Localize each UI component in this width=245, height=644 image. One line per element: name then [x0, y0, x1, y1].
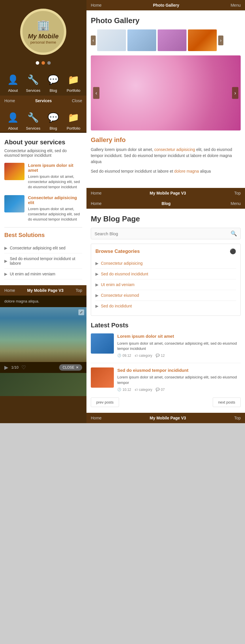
gallery-section: Photo Gallery ‹ › ‹ › Gallery info — [86, 10, 245, 188]
dot-2[interactable] — [42, 61, 45, 65]
search-input[interactable] — [95, 231, 231, 236]
media-controls: ▶ 1/10 ♡ CLOSE ✕ — [0, 362, 86, 373]
cat-item-2[interactable]: ▶ Sed do eiusmod incididunt — [95, 269, 236, 279]
post-body-1: Lorem ipsum dolor sit amet, consectetur … — [117, 341, 241, 351]
nav2-portfolio[interactable]: 📁 Portfolio — [66, 110, 81, 130]
nav-about[interactable]: 👤 About — [6, 72, 20, 93]
cat-item-3[interactable]: ▶ Ut enim ad veniam — [95, 279, 236, 290]
gallery-info-link2[interactable]: dolore magna — [174, 169, 199, 173]
gallery-thumb-4[interactable] — [188, 29, 217, 51]
dot-3[interactable] — [47, 61, 51, 65]
prev-posts-button[interactable]: prev posts — [91, 397, 119, 407]
cat-label-3: Ut enim ad veniam — [101, 282, 135, 287]
bn-menu[interactable]: Menu — [231, 201, 241, 206]
cat-arrow-4: ▶ — [95, 293, 99, 298]
service-item-1: Lorem ipsum dolor sit amet Lorem ipsum d… — [4, 163, 82, 190]
carousel-dots — [0, 58, 86, 68]
blog2-label: Blog — [50, 126, 57, 130]
rmn-top[interactable]: Top — [234, 191, 241, 195]
nav-services[interactable]: 🔧 Services — [26, 72, 40, 93]
cat-item-1[interactable]: ▶ Consectetur adipisicing — [95, 258, 236, 269]
rtn-menu[interactable]: Menu — [231, 3, 241, 8]
gallery-thumb-2[interactable] — [127, 29, 156, 51]
dot-1[interactable] — [36, 61, 39, 65]
blog-icon: 💬 — [46, 72, 61, 87]
close-button[interactable]: CLOSE ✕ — [59, 364, 82, 371]
heart-icon: ♡ — [21, 364, 26, 371]
play-button[interactable]: ▶ — [4, 364, 8, 371]
services-main-title: About your services — [4, 139, 82, 146]
rmn-home[interactable]: Home — [91, 191, 101, 195]
rtn-home[interactable]: Home — [91, 3, 101, 8]
post-thumb-1 — [91, 333, 114, 354]
gallery-prev-thumb[interactable]: ‹ — [91, 36, 96, 45]
meta-count-2: 💬 07 — [156, 388, 165, 392]
post-date-1: 09.12 — [122, 354, 131, 358]
bn-home[interactable]: Home — [91, 201, 101, 206]
expand-icon[interactable]: ⤢ — [78, 309, 84, 315]
bnb-title: My Mobile Page V3 — [27, 288, 63, 293]
post-content-1: Lorem ipsum dolor sit amet Lorem ipsum d… — [117, 333, 241, 358]
bnb-home[interactable]: Home — [4, 288, 15, 293]
bnb-top[interactable]: Top — [76, 288, 82, 293]
nav2-about[interactable]: 👤 About — [6, 110, 20, 130]
gallery-main-prev[interactable]: ‹ — [93, 87, 99, 99]
about-label: About — [8, 88, 18, 93]
rbn-top[interactable]: Top — [234, 416, 241, 420]
gallery-info: Gallery info Gallery lorem ipsum dolor s… — [91, 135, 241, 182]
solution-1: ▶ Consectetur adipisicing elit sed — [4, 243, 82, 253]
search-icon: 🔍 — [231, 230, 237, 237]
logo-title: My Mobile — [28, 33, 59, 40]
services2-icon: 🔧 — [26, 110, 40, 125]
nav-home-link[interactable]: Home — [4, 98, 15, 103]
gallery-next-thumb[interactable]: › — [218, 36, 223, 45]
portfolio2-icon: 📁 — [66, 110, 81, 125]
nav-close-link[interactable]: Close — [72, 98, 82, 103]
rbn-home[interactable]: Home — [91, 416, 101, 420]
icon-nav-bottom: 👤 About 🔧 Services 💬 Blog 📁 Portfolio — [0, 106, 86, 133]
post-item-2: Sed do eiusmod tempor incididunt Lorem i… — [91, 367, 241, 392]
nav2-services[interactable]: 🔧 Services — [26, 110, 40, 130]
post-meta-2: 🕐 10.12 🏷 category 💬 07 — [117, 388, 241, 392]
solution-text-3: Ut enim ad minim veniam — [10, 272, 55, 276]
cat-item-5[interactable]: ▶ Sed do incididunt — [95, 301, 236, 311]
tag-icon-1: 🏷 — [135, 354, 138, 357]
post-body-2: Lorem ipsum dolor sit amet, consectetur … — [117, 375, 241, 385]
gallery-info-body2-end: aliqua — [200, 169, 211, 173]
cat-arrow-5: ▶ — [95, 304, 99, 308]
services-icon: 🔧 — [26, 72, 40, 87]
nav2-blog[interactable]: 💬 Blog — [46, 110, 61, 130]
gallery-thumb-1[interactable] — [97, 29, 126, 51]
nav-portfolio[interactable]: 📁 Portfolio — [66, 72, 81, 93]
portfolio2-label: Portfolio — [67, 126, 80, 130]
meta-date-2: 🕐 10.12 — [117, 388, 131, 392]
blog-title: My Blog Page — [91, 214, 241, 223]
service-item-2: Consectetur adipisicing elit Lorem ipsum… — [4, 195, 82, 222]
cat-item-4[interactable]: ▶ Consectetur eiusmod — [95, 290, 236, 301]
gallery-main-next[interactable]: › — [232, 87, 238, 99]
meta-cat-2: 🏷 category — [135, 388, 152, 392]
gallery-thumbs-row: ‹ › — [91, 29, 241, 51]
services-subtitle: Consectetur adipisicing elit, sed do eiu… — [4, 148, 82, 158]
divider-1 — [4, 227, 82, 227]
meta-cat-1: 🏷 category — [135, 354, 152, 358]
clock-icon-1: 🕐 — [117, 354, 121, 357]
post-heading-1: Lorem ipsum dolor sit amet — [117, 333, 241, 339]
gallery-thumb-3[interactable] — [158, 29, 186, 51]
cat-label-4: Consectetur eiusmod — [101, 293, 139, 298]
gallery-info-title: Gallery info — [91, 136, 241, 144]
about2-label: About — [8, 126, 18, 130]
service-body-1: Lorem ipsum dolor sit amet, consectetur … — [28, 174, 82, 190]
next-posts-button[interactable]: next posts — [213, 397, 241, 407]
best-title: Best Solutions — [4, 232, 82, 238]
gallery-title: Photo Gallery — [91, 16, 241, 25]
cat-label-5: Sed do incididunt — [101, 304, 132, 308]
cat-toggle-icon[interactable]: ⚫ — [230, 248, 236, 255]
gallery-info-link1[interactable]: consectetur adipisicing — [154, 147, 195, 152]
nav-blog[interactable]: 💬 Blog — [46, 72, 61, 93]
service-thumb-1 — [4, 163, 24, 180]
gallery-info-body1: Gallery lorem ipsum dolor sit amet, cons… — [91, 147, 241, 165]
comment-icon-1: 💬 — [156, 354, 160, 357]
services-label: Services — [26, 88, 40, 93]
cat-header: Browse Categories ⚫ — [95, 248, 236, 255]
